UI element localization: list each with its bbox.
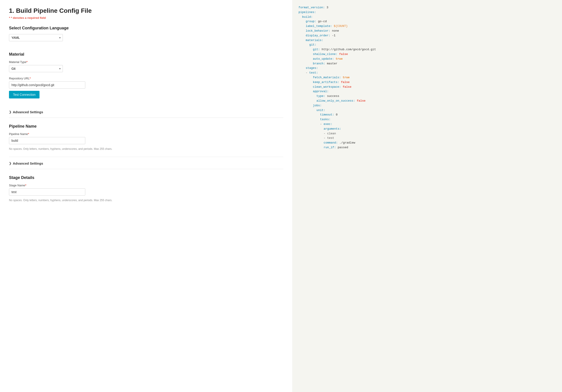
- yaml-line: branch: master: [299, 61, 556, 66]
- advanced-settings-1-label: Advanced Settings: [13, 110, 43, 114]
- config-language-title: Select Configuration Language: [9, 26, 283, 31]
- material-title: Material: [9, 52, 283, 57]
- yaml-line: materials:: [299, 38, 556, 43]
- stage-name-input[interactable]: [9, 188, 85, 196]
- test-connection-button[interactable]: Test Connection: [9, 91, 39, 99]
- chevron-right-icon-1: ❯: [9, 110, 12, 114]
- material-section: Material Material Type* Git SVN Mercuria…: [9, 52, 283, 104]
- material-type-select[interactable]: Git SVN Mercurial: [9, 65, 63, 72]
- yaml-line: display_order: -1: [299, 34, 556, 38]
- yaml-line: tasks:: [299, 117, 556, 122]
- yaml-line: - test: [299, 136, 556, 141]
- pipeline-name-label: Pipeline Name*: [9, 132, 283, 136]
- yaml-line: approval:: [299, 89, 556, 94]
- yaml-line: command: ./gradlew: [299, 141, 556, 145]
- yaml-line: group: go-cd: [299, 19, 556, 24]
- config-language-section: Select Configuration Language YAML JSON …: [9, 26, 283, 46]
- advanced-settings-2-label: Advanced Settings: [13, 161, 43, 165]
- stage-name-hint: No spaces. Only letters, numbers, hyphen…: [9, 199, 283, 202]
- advanced-settings-2[interactable]: ❯ Advanced Settings: [9, 161, 283, 169]
- advanced-settings-1[interactable]: ❯ Advanced Settings: [9, 110, 283, 118]
- yaml-line: timeout: 0: [299, 112, 556, 117]
- yaml-line: label_template: ${COUNT}: [299, 24, 556, 29]
- chevron-right-icon-2: ❯: [9, 162, 12, 165]
- yaml-line: clean_workspace: false: [299, 85, 556, 90]
- yaml-line: unit:: [299, 108, 556, 113]
- yaml-line: git:: [299, 43, 556, 47]
- yaml-line: fetch_materials: true: [299, 75, 556, 80]
- yaml-line: auto_update: true: [299, 57, 556, 61]
- repo-url-input[interactable]: [9, 81, 85, 89]
- material-type-req: *: [26, 60, 28, 64]
- yaml-line: keep_artifacts: false: [299, 80, 556, 85]
- yaml-line: pipelines:: [299, 10, 556, 15]
- pipeline-name-hint: No spaces. Only letters, numbers, hyphen…: [9, 147, 283, 150]
- stage-name-req: *: [25, 184, 26, 187]
- yaml-line: shallow_clone: false: [299, 52, 556, 57]
- yaml-line: - exec:: [299, 122, 556, 127]
- material-type-label: Material Type*: [9, 60, 283, 64]
- material-type-select-wrapper: Git SVN Mercurial ▼: [9, 65, 63, 72]
- left-panel: 1. Build Pipeline Config File * * denote…: [0, 0, 292, 392]
- yaml-line: git: http://github.com/gocd/gocd.git: [299, 47, 556, 52]
- stage-details-title: Stage Details: [9, 175, 283, 180]
- yaml-line: - clean: [299, 131, 556, 136]
- required-asterisk: *: [9, 16, 10, 20]
- pipeline-name-section: Pipeline Name Pipeline Name* No spaces. …: [9, 124, 283, 150]
- pipeline-name-title: Pipeline Name: [9, 124, 283, 129]
- yaml-preview-panel: format_version: 3pipelines:build:group: …: [292, 0, 562, 392]
- yaml-line: allow_only_on_success: false: [299, 99, 556, 103]
- divider-1: [9, 157, 283, 157]
- repo-url-label: Repository URL*: [9, 77, 283, 80]
- yaml-line: - test:: [299, 71, 556, 75]
- required-note: * * denotes a required field: [9, 16, 283, 20]
- yaml-line: stages:: [299, 66, 556, 71]
- pipeline-name-input[interactable]: [9, 137, 85, 144]
- yaml-line: jobs:: [299, 103, 556, 108]
- stage-name-label: Stage Name*: [9, 184, 283, 187]
- config-language-select[interactable]: YAML JSON: [9, 34, 63, 41]
- stage-details-section: Stage Details Stage Name* No spaces. Onl…: [9, 175, 283, 202]
- yaml-line: build:: [299, 15, 556, 20]
- yaml-line: run_if: passed: [299, 145, 556, 150]
- yaml-line: format_version: 3: [299, 5, 556, 10]
- yaml-line: type: success: [299, 94, 556, 99]
- pipeline-name-req: *: [28, 132, 29, 136]
- page-title: 1. Build Pipeline Config File: [9, 7, 283, 14]
- repo-url-req: *: [30, 77, 31, 80]
- config-language-select-wrapper: YAML JSON ▼: [9, 34, 63, 41]
- yaml-line: arguments:: [299, 127, 556, 131]
- yaml-line: lock_behavior: none: [299, 29, 556, 34]
